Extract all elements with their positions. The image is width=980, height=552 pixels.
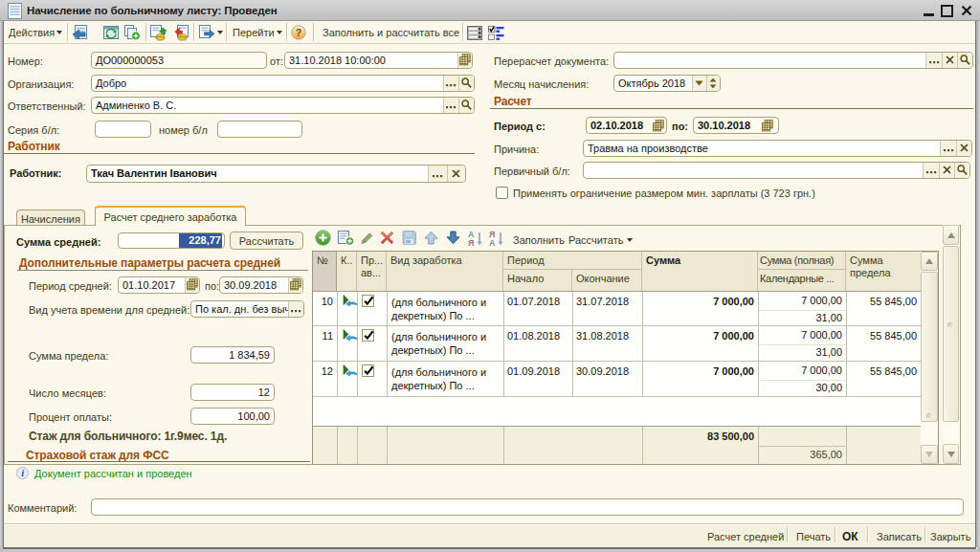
svg-text:Я: Я xyxy=(468,238,474,248)
svg-text:i: i xyxy=(21,468,24,478)
svg-text:А: А xyxy=(489,238,496,248)
svg-text:?: ? xyxy=(296,27,301,38)
